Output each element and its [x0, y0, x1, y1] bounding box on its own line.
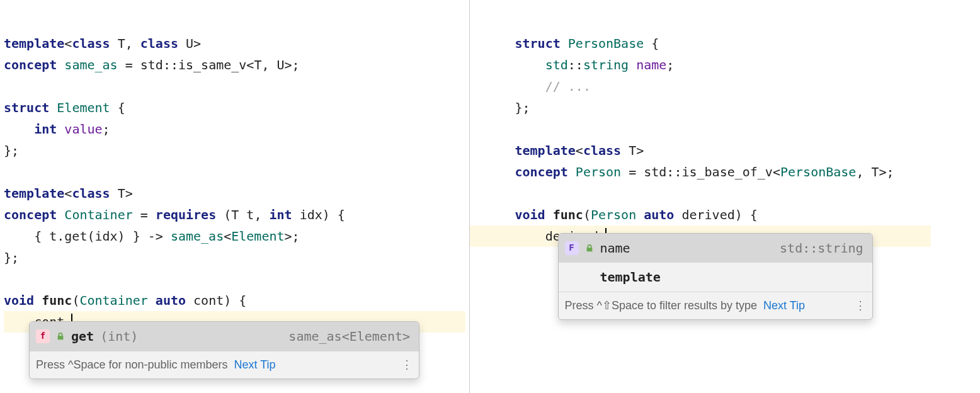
completion-signature: (int): [100, 326, 138, 347]
completion-item[interactable]: f get(int) same_as<Element>: [30, 322, 419, 351]
right-editor-pane[interactable]: struct PersonBase { std::string name; //…: [470, 0, 981, 393]
lock-icon: [585, 244, 594, 253]
completion-popup[interactable]: F name std::string template Press ^⇧Spac…: [558, 233, 873, 320]
more-icon[interactable]: ⋮: [855, 296, 866, 316]
next-tip-link[interactable]: Next Tip: [234, 355, 276, 375]
completion-footer: Press ^⇧Space to filter results by type …: [559, 292, 872, 319]
completion-name: name: [600, 237, 630, 259]
footer-hint: Press ^Space for non-public members: [36, 355, 228, 375]
completion-name: get: [71, 326, 94, 347]
left-editor-pane[interactable]: template<class T, class U> concept same_…: [0, 0, 469, 393]
code-line: };: [4, 143, 19, 158]
code-line: void func(Person auto derived) {: [515, 207, 758, 222]
code-line: int value;: [4, 122, 110, 137]
code-line: concept Person = std::is_base_of_v<Perso…: [515, 164, 894, 179]
more-icon[interactable]: ⋮: [401, 355, 413, 375]
completion-name: template: [600, 266, 661, 288]
lock-icon: [56, 332, 65, 341]
completion-footer: Press ^Space for non-public members Next…: [30, 351, 419, 379]
code-line: };: [515, 100, 530, 115]
code-line: void func(Container auto cont) {: [4, 293, 246, 308]
code-line: template<class T, class U>: [4, 36, 201, 51]
code-line: struct Element {: [4, 100, 125, 115]
code-line: };: [4, 250, 19, 265]
code-line: template<class T>: [4, 186, 133, 201]
function-icon: f: [36, 329, 50, 343]
completion-item[interactable]: F name std::string: [559, 234, 872, 263]
completion-return-type: std::string: [780, 237, 863, 259]
footer-hint: Press ^⇧Space to filter results by type: [565, 296, 758, 316]
field-icon: F: [565, 241, 579, 255]
code-line: std::string name;: [515, 57, 675, 72]
code-line: struct PersonBase {: [515, 36, 659, 51]
completion-popup[interactable]: f get(int) same_as<Element> Press ^Space…: [29, 321, 419, 379]
code-line: concept Container = requires (T t, int i…: [4, 207, 345, 222]
completion-return-type: same_as<Element>: [288, 326, 410, 347]
code-line: concept same_as = std::is_same_v<T, U>;: [4, 57, 300, 72]
completion-item[interactable]: template: [559, 263, 872, 292]
next-tip-link[interactable]: Next Tip: [763, 296, 805, 316]
code-line: template<class T>: [515, 143, 644, 158]
code-line: { t.get(idx) } -> same_as<Element>;: [4, 229, 300, 244]
code-line: // ...: [515, 79, 591, 94]
